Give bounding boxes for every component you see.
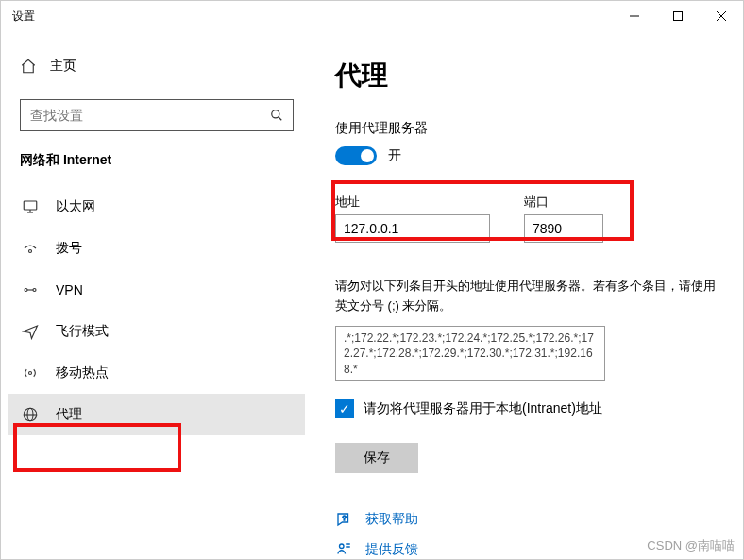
exclude-note: 请勿对以下列条目开头的地址使用代理服务器。若有多个条目，请使用英文分号 (;) … [335, 277, 720, 316]
sidebar: 主页 网络和 Internet 以太网 [1, 31, 313, 559]
page-title: 代理 [335, 58, 720, 93]
window-body: 主页 网络和 Internet 以太网 [1, 31, 743, 559]
watermark: CSDN @南喵喵 [647, 537, 735, 554]
window-controls [613, 1, 743, 31]
sidebar-item-label: 代理 [56, 406, 82, 423]
sidebar-section-title: 网络和 Internet [8, 152, 305, 186]
address-label: 地址 [335, 194, 490, 211]
hotspot-icon [22, 365, 39, 382]
search-box[interactable] [20, 99, 294, 131]
settings-window: 设置 主页 [0, 0, 744, 560]
maximize-button[interactable] [656, 1, 700, 31]
address-input[interactable] [335, 214, 490, 243]
home-icon [20, 58, 37, 75]
sidebar-item-vpn[interactable]: VPN [8, 269, 305, 311]
port-input[interactable] [524, 214, 603, 243]
address-port-group: 地址 端口 [335, 186, 720, 260]
content-area: 代理 使用代理服务器 开 地址 端口 请 [313, 31, 743, 559]
svg-point-13 [29, 372, 32, 375]
sidebar-item-label: VPN [56, 282, 83, 297]
search-wrap [8, 99, 305, 152]
close-button[interactable] [700, 1, 743, 31]
feedback-icon [335, 541, 352, 558]
toggle-state-label: 开 [388, 147, 401, 164]
svg-point-18 [340, 544, 345, 549]
address-field: 地址 [335, 194, 490, 243]
sidebar-nav: 以太网 拨号 VPN [8, 186, 305, 435]
use-proxy-label: 使用代理服务器 [335, 120, 720, 137]
sidebar-item-label: 飞行模式 [56, 323, 109, 340]
ethernet-icon [22, 198, 39, 215]
sidebar-item-ethernet[interactable]: 以太网 [8, 186, 305, 228]
proxy-toggle[interactable] [335, 146, 377, 165]
svg-rect-1 [674, 12, 683, 21]
globe-icon [22, 406, 39, 423]
save-button[interactable]: 保存 [335, 443, 418, 473]
sidebar-item-label: 移动热点 [56, 365, 109, 382]
svg-point-11 [33, 289, 36, 292]
svg-rect-6 [24, 201, 37, 210]
svg-text:?: ? [343, 513, 347, 521]
exclude-textarea[interactable]: .*;172.22.*;172.23.*;172.24.*;172.25.*;1… [335, 326, 605, 381]
home-label: 主页 [50, 58, 76, 75]
home-link[interactable]: 主页 [8, 50, 305, 82]
svg-point-4 [272, 110, 279, 118]
minimize-button[interactable] [613, 1, 656, 31]
sidebar-item-label: 拨号 [56, 240, 82, 257]
window-title: 设置 [12, 8, 613, 25]
port-field: 端口 [524, 194, 603, 243]
sidebar-item-proxy[interactable]: 代理 [8, 394, 305, 435]
help-icon: ? [335, 511, 352, 528]
search-icon [270, 109, 283, 122]
feedback-link[interactable]: 提供反馈 [365, 541, 418, 558]
sidebar-item-dialup[interactable]: 拨号 [8, 228, 305, 269]
get-help-link[interactable]: 获取帮助 [365, 511, 418, 528]
bypass-local-checkbox[interactable]: ✓ [335, 399, 354, 418]
svg-line-5 [279, 117, 282, 121]
get-help-row[interactable]: ? 获取帮助 [335, 511, 720, 528]
vpn-icon [22, 281, 39, 298]
titlebar: 设置 [1, 1, 743, 31]
dialup-icon [22, 240, 39, 257]
bypass-local-row[interactable]: ✓ 请勿将代理服务器用于本地(Intranet)地址 [335, 399, 720, 418]
svg-point-9 [29, 250, 32, 253]
sidebar-item-hotspot[interactable]: 移动热点 [8, 352, 305, 394]
sidebar-item-airplane[interactable]: 飞行模式 [8, 311, 305, 352]
search-input[interactable] [30, 108, 270, 123]
svg-point-10 [25, 289, 27, 292]
port-label: 端口 [524, 194, 603, 211]
sidebar-item-label: 以太网 [56, 198, 95, 215]
airplane-icon [22, 323, 39, 340]
bypass-local-label: 请勿将代理服务器用于本地(Intranet)地址 [364, 400, 602, 417]
toggle-row: 开 [335, 146, 720, 165]
